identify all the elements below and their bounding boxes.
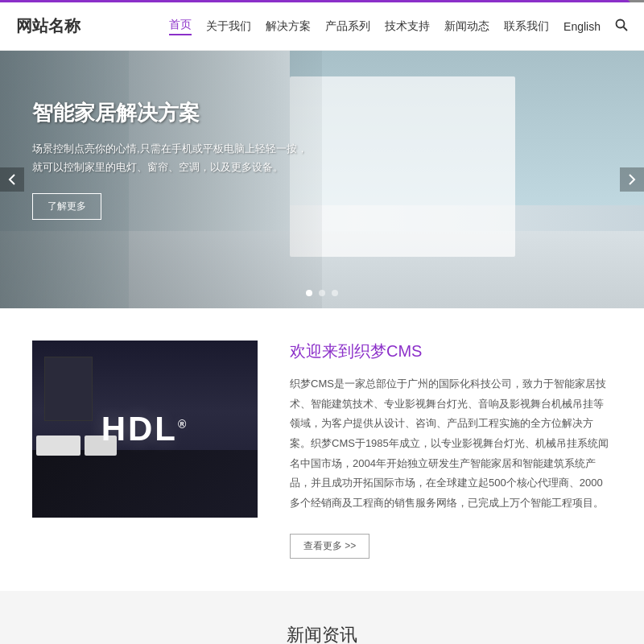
language-switcher[interactable]: English	[564, 20, 601, 33]
hero-section: 智能家居解决方案 场景控制点亮你的心情,只需在手机或平板电脑上轻轻一按，就可以控…	[0, 51, 644, 308]
welcome-title: 欢迎来到织梦CMS	[290, 341, 612, 362]
hero-content: 智能家居解决方案 场景控制点亮你的心情,只需在手机或平板电脑上轻轻一按，就可以控…	[32, 99, 314, 220]
news-section-title: 新闻资讯	[16, 623, 628, 644]
site-title: 网站名称	[16, 15, 80, 37]
nav-item-about[interactable]: 关于我们	[206, 19, 251, 34]
svg-point-0	[617, 19, 625, 27]
nav-item-products[interactable]: 产品系列	[325, 19, 370, 34]
read-more-button[interactable]: 查看更多 >>	[290, 534, 369, 559]
hero-dots	[306, 290, 338, 296]
nav-item-contact[interactable]: 联系我们	[504, 19, 549, 34]
hero-dot-2[interactable]	[319, 290, 325, 296]
welcome-section: HDL® 欢迎来到织梦CMS 织梦CMS是一家总部位于广州的国际化科技公司，致力…	[0, 308, 644, 591]
nav-item-news[interactable]: 新闻动态	[444, 19, 489, 34]
header: 网站名称 首页 关于我们 解决方案 产品系列 技术支持 新闻动态 联系我们 En…	[0, 2, 644, 51]
nav-item-solutions[interactable]: 解决方案	[266, 19, 311, 34]
svg-line-1	[624, 27, 628, 31]
welcome-text: 织梦CMS是一家总部位于广州的国际化科技公司，致力于智能家居技术、智能建筑技术、…	[290, 374, 612, 514]
hero-description: 场景控制点亮你的心情,只需在手机或平板电脑上轻轻一按，就可以控制家里的电灯、窗帘…	[32, 139, 314, 177]
welcome-content: 欢迎来到织梦CMS 织梦CMS是一家总部位于广州的国际化科技公司，致力于智能家居…	[290, 341, 612, 559]
welcome-image: HDL®	[32, 341, 258, 518]
hero-prev-arrow[interactable]	[0, 167, 24, 192]
hero-dot-3[interactable]	[332, 290, 338, 296]
hero-cta-button[interactable]: 了解更多	[32, 193, 101, 220]
nav-item-support[interactable]: 技术支持	[385, 19, 430, 34]
main-nav: 首页 关于我们 解决方案 产品系列 技术支持 新闻动态 联系我们 English	[169, 18, 628, 35]
nav-item-home[interactable]: 首页	[169, 18, 192, 35]
search-icon[interactable]	[615, 19, 628, 35]
hero-dot-1[interactable]	[306, 290, 312, 296]
hero-title: 智能家居解决方案	[32, 99, 314, 127]
hero-next-arrow[interactable]	[620, 167, 644, 192]
news-section: 新闻资讯	[0, 591, 644, 644]
